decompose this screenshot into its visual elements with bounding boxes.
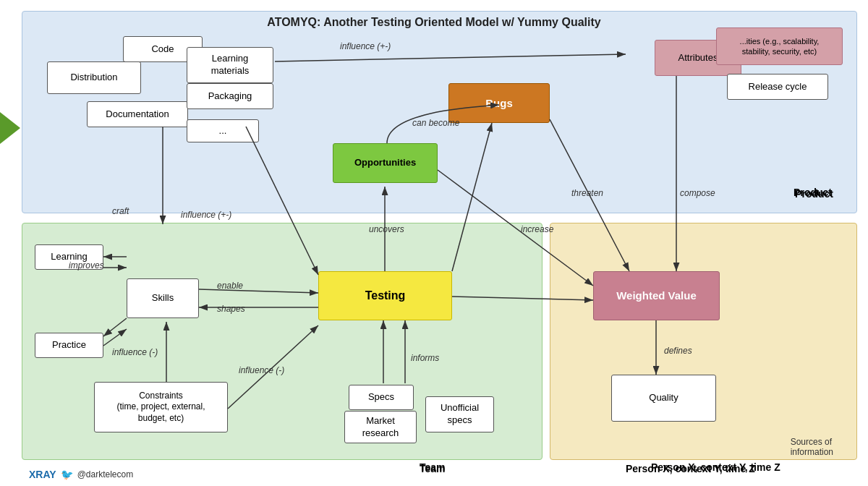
- label-influence-neg2: influence (-): [239, 365, 284, 375]
- box-opportunities: Opportunities: [333, 143, 438, 183]
- box-packaging: Packaging: [187, 83, 273, 109]
- label-can-become: can become: [412, 118, 459, 128]
- label-compose: compose: [680, 188, 715, 198]
- label-craft: craft: [112, 206, 129, 216]
- product-region-label: Product: [795, 188, 833, 200]
- diagram: Product Team Person X, context Y, time Z…: [0, 0, 868, 486]
- box-bugs: Bugs: [448, 83, 550, 123]
- footer: XRAY 🐦 @darktelecom: [29, 469, 133, 480]
- box-specs: Specs: [349, 385, 414, 410]
- sources-label: Sources ofinformation: [791, 437, 833, 457]
- person-region-label: Person X, context Y, time Z: [626, 463, 755, 474]
- label-uncovers: uncovers: [369, 224, 404, 234]
- box-distribution: Distribution: [47, 61, 141, 94]
- left-arrow-icon: [0, 112, 20, 144]
- box-quality: Quality: [611, 375, 716, 422]
- label-shapes: shapes: [217, 304, 245, 314]
- label-enable: enable: [217, 281, 243, 291]
- box-skills: Skills: [127, 278, 199, 318]
- box-documentation: Documentation: [87, 101, 188, 127]
- box-market-research: Market research: [344, 411, 417, 443]
- person-region: [550, 223, 857, 460]
- label-influence-pos2: influence (+-): [181, 210, 231, 220]
- box-ities: ...ities (e.g., scalability, stability, …: [716, 27, 843, 65]
- label-improves: improves: [69, 260, 104, 270]
- label-increase: increase: [521, 224, 553, 234]
- label-defines: defines: [664, 346, 692, 356]
- box-weighted-value: Weighted Value: [593, 271, 720, 320]
- label-influence-pos1: influence (+-): [340, 41, 391, 51]
- box-practice: Practice: [35, 333, 103, 358]
- box-constraints: Constraints (time, project, external, bu…: [94, 382, 228, 432]
- box-ellipsis: ...: [187, 119, 259, 142]
- box-learning-materials: Learning materials: [187, 47, 273, 83]
- label-threaten: threaten: [571, 188, 603, 198]
- twitter-handle: @darktelecom: [77, 469, 134, 479]
- box-testing: Testing: [318, 271, 452, 320]
- team-region-label: Team: [420, 463, 446, 474]
- box-release-cycle: Release cycle: [727, 74, 828, 100]
- xray-logo: XRAY: [29, 469, 56, 480]
- label-informs: informs: [411, 353, 439, 363]
- twitter-icon: 🐦: [61, 469, 73, 480]
- box-unofficial-specs: Unofficial specs: [425, 396, 494, 432]
- label-influence-neg1: influence (-): [112, 347, 158, 357]
